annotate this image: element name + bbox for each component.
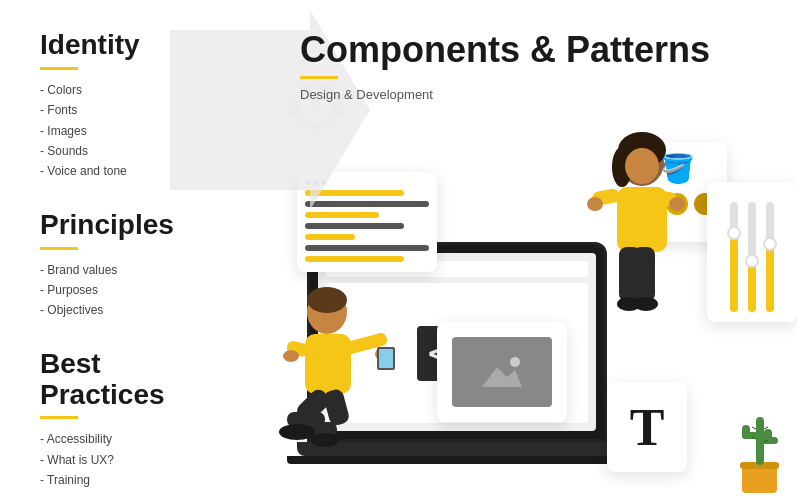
left-panel: Identity - Colors - Fonts - Images - Sou… [0,0,270,502]
right-title: Components & Patterns [300,30,777,70]
best-practices-list: - Accessibility - What is UX? - Training [40,429,250,490]
list-item: - Training [40,470,250,490]
best-practices-title: BestPractices [40,349,250,411]
identity-underline [40,67,78,70]
right-panel: Components & Patterns Design & Developme… [270,0,797,502]
list-item: - Purposes [40,280,250,300]
list-item: - Accessibility [40,429,250,449]
right-subtitle: Design & Development [300,87,777,102]
principles-section: Principles - Brand values - Purposes - O… [40,210,250,321]
identity-list: - Colors - Fonts - Images - Sounds - Voi… [40,80,250,182]
principles-title: Principles [40,210,250,241]
list-item: - Brand values [40,260,250,280]
principles-list: - Brand values - Purposes - Objectives [40,260,250,321]
list-item: - Objectives [40,300,250,320]
list-item: - Voice and tone [40,161,250,181]
list-item: - Sounds [40,141,250,161]
page-container: Identity - Colors - Fonts - Images - Sou… [0,0,797,502]
best-practices-underline [40,416,78,419]
identity-section: Identity - Colors - Fonts - Images - Sou… [40,30,250,182]
list-item: - Fonts [40,100,250,120]
right-underline [300,76,338,79]
principles-underline [40,247,78,250]
list-item: - What is UX? [40,450,250,470]
identity-title: Identity [40,30,250,61]
best-practices-section: BestPractices - Accessibility - What is … [40,349,250,491]
list-item: - Colors [40,80,250,100]
list-item: - Images [40,121,250,141]
